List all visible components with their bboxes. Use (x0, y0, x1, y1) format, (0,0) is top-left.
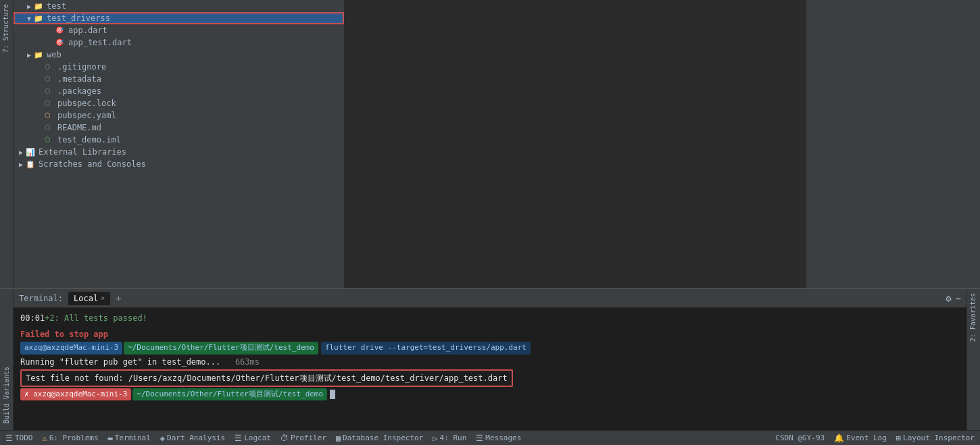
tree-label: test_demo.iml (57, 135, 121, 145)
cmd-text: flutter drive --target=test_driverss/app… (321, 342, 531, 355)
tree-item-readme[interactable]: ⬡ README.md (14, 122, 344, 134)
problems-icon: ⚠ (43, 434, 47, 443)
tree-item-scratches[interactable]: ▶ 📋 Scratches and Consoles (14, 158, 344, 170)
cursor (330, 390, 335, 399)
status-event-log[interactable]: 🔔 Event Log (834, 434, 887, 443)
tree-label: pubspec.lock (57, 99, 116, 108)
todo-label: TODO (15, 434, 33, 442)
favorites-bottom-tab[interactable]: 2: Favorites (967, 289, 980, 346)
config-file-icon: ⬡ (45, 75, 55, 83)
structure-tab[interactable]: 7: Structure (0, 0, 13, 57)
logcat-icon: ☰ (235, 434, 242, 443)
csdn-label: CSDN @GY-93 (775, 434, 825, 442)
tree-item-test[interactable]: ▶ 📁 test (14, 0, 344, 12)
tree-item-app-dart[interactable]: 🎯 app.dart (14, 24, 344, 36)
messages-label: Messages (485, 434, 521, 442)
tree-item-test-demo-iml[interactable]: ⬡ test_demo.iml (14, 134, 344, 146)
status-logcat[interactable]: ☰ Logcat (235, 434, 271, 443)
config-file-icon: ⬡ (45, 87, 55, 95)
tree-label: Scratches and Consoles (39, 159, 146, 169)
tree-label: test_driverss (47, 14, 110, 23)
status-bar-right: CSDN @GY-93 🔔 Event Log ⊞ Layout Inspect… (775, 434, 975, 443)
status-dart-analysis[interactable]: ◈ Dart Analysis (160, 434, 225, 443)
dart-icon: ◈ (160, 434, 165, 443)
profiler-icon: ⏱ (280, 434, 289, 443)
tab-label: Local (74, 294, 98, 303)
arrow-icon: ▶ (24, 3, 34, 10)
dart-file-icon: 🎯 (55, 38, 66, 47)
event-log-icon: 🔔 (834, 434, 844, 443)
tree-item-gitignore[interactable]: ⬡ .gitignore (14, 61, 344, 73)
terminal-actions: ⚙ − (946, 293, 961, 304)
tree-item-packages[interactable]: ⬡ .packages (14, 85, 344, 97)
todo-icon: ☰ (5, 434, 13, 443)
run-icon: ▷ (433, 434, 437, 443)
config-file-icon: ⬡ (45, 99, 55, 107)
status-layout-inspector[interactable]: ⊞ Layout Inspector (896, 434, 975, 443)
folder-icon: 📁 (34, 51, 45, 59)
term-line-error: Test file not found: /Users/axzq/Documen… (20, 369, 960, 387)
tree-item-test-driverss[interactable]: ▼ 📁 test_driverss (14, 12, 344, 24)
terminal-content[interactable]: 00:01 +2: All tests passed! Failed to st… (14, 308, 966, 430)
tab-close-icon[interactable]: × (101, 294, 105, 302)
tree-label: pubspec.yaml (57, 111, 116, 120)
tree-item-metadata[interactable]: ⬡ .metadata (14, 73, 344, 85)
term-line-running: Running "flutter pub get" in test_demo..… (20, 356, 960, 368)
db-label: Database Inspector (343, 434, 423, 442)
profiler-label: Profiler (291, 434, 326, 442)
term-text: 663ms (235, 356, 260, 368)
tree-item-web[interactable]: ▶ 📁 web (14, 49, 344, 61)
status-run[interactable]: ▷ 4: Run (433, 434, 466, 443)
logcat-label: Logcat (244, 434, 271, 442)
folder-icon: 📊 (26, 148, 36, 156)
minimize-icon[interactable]: − (956, 293, 961, 304)
terminal-status-label: Terminal (115, 434, 151, 442)
md-file-icon: ⬡ (45, 124, 55, 132)
iml-file-icon: ⬡ (45, 136, 55, 144)
dart-label: Dart Analysis (167, 434, 225, 442)
term-line-passed: 00:01 +2: All tests passed! (20, 312, 960, 324)
db-icon: ▦ (336, 434, 341, 443)
tree-label: app.dart (68, 26, 107, 35)
tree-item-pubspec-lock[interactable]: ⬡ pubspec.lock (14, 97, 344, 109)
add-tab-button[interactable]: + (113, 293, 124, 304)
arrow-icon: ▶ (16, 149, 26, 156)
tree-label: web (47, 50, 62, 59)
messages-icon: ☰ (476, 434, 483, 443)
bottom-panel: Build Variants Terminal: Local × + ⚙ − (0, 288, 980, 430)
tree-item-external-libs[interactable]: ▶ 📊 External Libraries (14, 146, 344, 158)
run-label: 4: Run (440, 434, 467, 442)
yaml-file-icon: ⬡ (45, 111, 55, 120)
term-text: Running "flutter pub get" in test_demo..… (20, 356, 235, 368)
status-terminal[interactable]: ▬ Terminal (108, 434, 151, 443)
config-file-icon: ⬡ (45, 63, 55, 71)
error-text: Test file not found: /Users/axzq/Documen… (20, 369, 513, 387)
term-line-prompt: ✗ axzq@axzqdeMac-mini-3 ~/Documents/Othe… (20, 388, 960, 401)
status-profiler[interactable]: ⏱ Profiler (280, 434, 326, 443)
term-text: 00:01 (20, 312, 45, 324)
terminal-tab-bar: Terminal: Local × + ⚙ − (14, 289, 966, 308)
term-text: +2: All tests passed! (45, 312, 147, 324)
status-db-inspector[interactable]: ▦ Database Inspector (336, 434, 423, 443)
prompt-user: axzq@axzqdeMac-mini-3 (20, 342, 122, 355)
tree-label: .packages (57, 86, 101, 96)
editor-area (345, 0, 806, 288)
settings-icon[interactable]: ⚙ (946, 293, 951, 304)
term-line-cmd: axzq@axzqdeMac-mini-3 ~/Documents/Other/… (20, 342, 960, 355)
prompt-path: ~/Documents/Other/Flutter项目测试/test_demo (124, 342, 318, 355)
arrow-icon: ▶ (24, 51, 34, 59)
build-variants-tab[interactable]: Build Variants (1, 363, 12, 427)
status-todo[interactable]: ☰ TODO (5, 434, 33, 443)
tree-label: .metadata (57, 74, 101, 84)
prompt-user: ✗ axzq@axzqdeMac-mini-3 (20, 388, 131, 401)
terminal-label: Terminal: (19, 294, 63, 303)
tree-item-app-test-dart[interactable]: 🎯 app_test.dart (14, 36, 344, 49)
dart-file-icon: 🎯 (55, 26, 66, 34)
status-problems[interactable]: ⚠ 6: Problems (43, 434, 99, 443)
term-line-fail: Failed to stop app (20, 328, 960, 340)
status-messages[interactable]: ☰ Messages (476, 434, 521, 443)
tree-item-pubspec-yaml[interactable]: ⬡ pubspec.yaml (14, 109, 344, 122)
terminal-tab-local[interactable]: Local × (68, 292, 110, 305)
layout-icon: ⊞ (896, 434, 901, 443)
left-sidebar: 7: Structure (0, 0, 14, 288)
